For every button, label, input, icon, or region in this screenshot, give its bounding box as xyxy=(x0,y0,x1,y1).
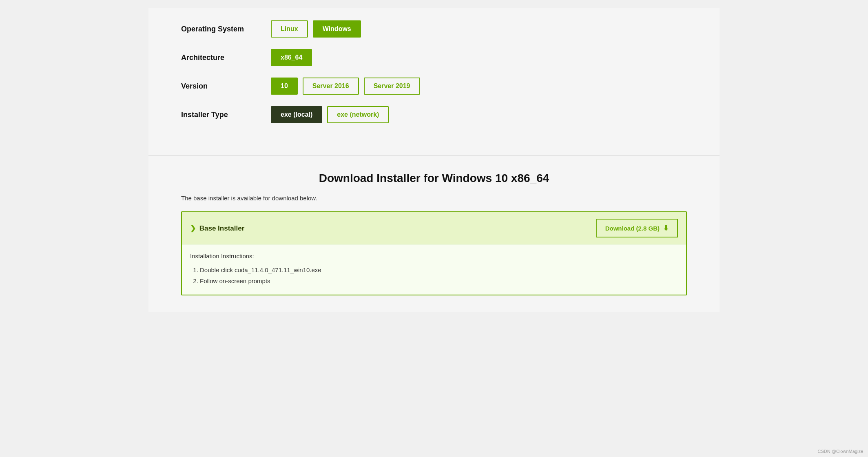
selector-section: Operating System Linux Windows Architect… xyxy=(148,8,720,151)
os-linux-button[interactable]: Linux xyxy=(271,20,308,38)
arch-row: Architecture x86_64 xyxy=(181,49,687,66)
version-10-button[interactable]: 10 xyxy=(271,78,298,95)
instruction-item-2: Follow on-screen prompts xyxy=(200,275,678,286)
page-wrapper: Operating System Linux Windows Architect… xyxy=(0,0,868,457)
base-installer-card: ❯ Base Installer Download (2.8 GB) ⬇ Ins… xyxy=(181,211,687,295)
arch-label: Architecture xyxy=(181,53,271,62)
installer-type-row: Installer Type exe (local) exe (network) xyxy=(181,106,687,123)
exe-network-button[interactable]: exe (network) xyxy=(327,106,389,123)
arch-buttons: x86_64 xyxy=(271,49,312,66)
os-buttons: Linux Windows xyxy=(271,20,361,38)
main-container: Operating System Linux Windows Architect… xyxy=(148,8,720,312)
chevron-right-icon: ❯ xyxy=(190,224,196,232)
version-server2019-button[interactable]: Server 2019 xyxy=(364,78,420,95)
installer-card-title: ❯ Base Installer xyxy=(190,224,244,233)
os-row: Operating System Linux Windows xyxy=(181,20,687,38)
download-installer-button[interactable]: Download (2.8 GB) ⬇ xyxy=(596,219,678,237)
download-title: Download Installer for Windows 10 x86_64 xyxy=(181,172,687,185)
exe-local-button[interactable]: exe (local) xyxy=(271,106,322,123)
version-server2016-button[interactable]: Server 2016 xyxy=(303,78,359,95)
installer-type-buttons: exe (local) exe (network) xyxy=(271,106,389,123)
arch-x86-button[interactable]: x86_64 xyxy=(271,49,312,66)
download-icon: ⬇ xyxy=(663,224,669,233)
installer-card-body: Installation Instructions: Double click … xyxy=(182,244,686,295)
os-windows-button[interactable]: Windows xyxy=(313,20,361,38)
os-label: Operating System xyxy=(181,25,271,33)
instructions-list: Double click cuda_11.4.0_471.11_win10.ex… xyxy=(190,264,678,286)
download-description: The base installer is available for down… xyxy=(181,195,687,202)
download-section: Download Installer for Windows 10 x86_64… xyxy=(148,155,720,312)
installer-card-header: ❯ Base Installer Download (2.8 GB) ⬇ xyxy=(182,212,686,244)
version-buttons: 10 Server 2016 Server 2019 xyxy=(271,78,420,95)
watermark: CSDN @ClownMagize xyxy=(818,449,863,454)
instruction-item-1: Double click cuda_11.4.0_471.11_win10.ex… xyxy=(200,264,678,275)
version-row: Version 10 Server 2016 Server 2019 xyxy=(181,78,687,95)
version-label: Version xyxy=(181,82,271,91)
installer-type-label: Installer Type xyxy=(181,111,271,119)
instructions-title: Installation Instructions: xyxy=(190,253,678,260)
